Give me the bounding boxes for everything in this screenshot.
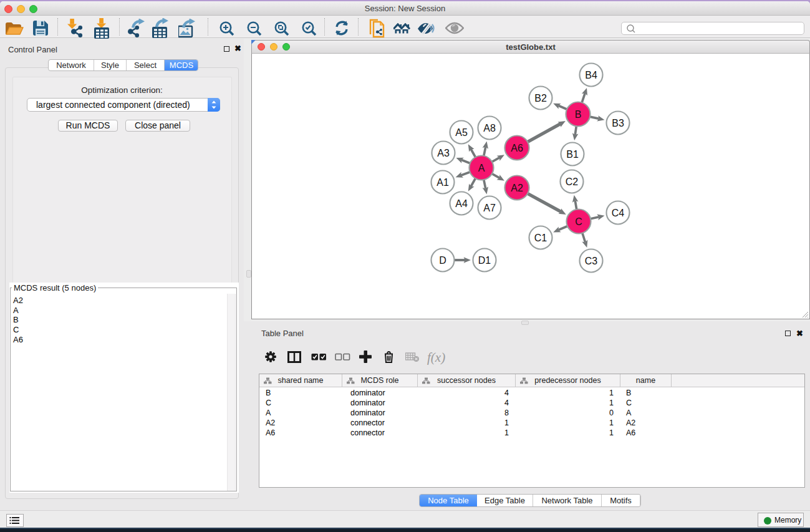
svg-text:B1: B1	[566, 149, 579, 160]
svg-text:A: A	[478, 163, 485, 173]
svg-text:A4: A4	[455, 198, 468, 209]
svg-text:A3: A3	[437, 148, 450, 158]
svg-text:C2: C2	[566, 177, 579, 187]
svg-text:A2: A2	[511, 183, 523, 193]
svg-text:C4: C4	[612, 208, 625, 218]
svg-text:A8: A8	[483, 123, 496, 133]
svg-text:A5: A5	[455, 127, 468, 138]
svg-text:A6: A6	[511, 143, 523, 153]
svg-text:B3: B3	[612, 118, 624, 128]
svg-text:B2: B2	[534, 93, 547, 104]
svg-text:D: D	[439, 255, 446, 266]
svg-text:A7: A7	[483, 203, 496, 213]
svg-text:B4: B4	[585, 70, 597, 80]
svg-text:C1: C1	[534, 233, 547, 243]
svg-text:A1: A1	[436, 177, 449, 188]
svg-text:D1: D1	[478, 255, 491, 266]
svg-text:C3: C3	[585, 256, 598, 266]
svg-text:C: C	[575, 216, 582, 227]
svg-text:B: B	[575, 109, 582, 120]
